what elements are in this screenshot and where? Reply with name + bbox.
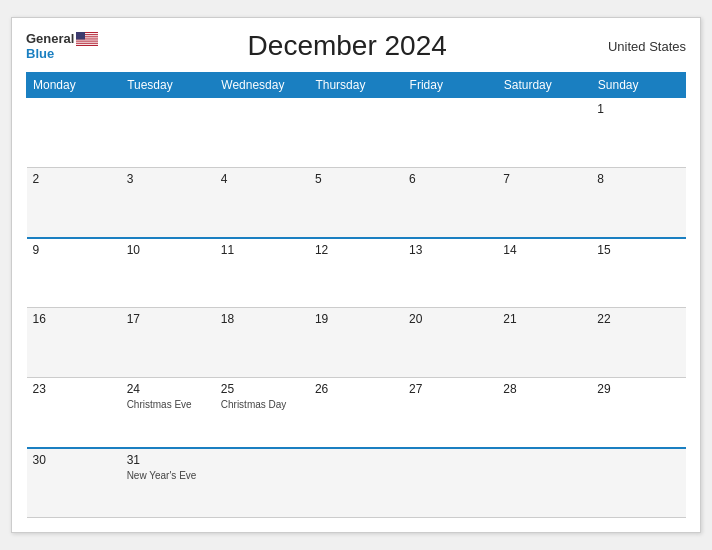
weekday-header-wednesday: Wednesday bbox=[215, 73, 309, 98]
calendar-cell: 4 bbox=[215, 168, 309, 238]
calendar-cell bbox=[497, 448, 591, 518]
week-row-6: 3031New Year's Eve bbox=[27, 448, 686, 518]
calendar-cell: 28 bbox=[497, 378, 591, 448]
calendar-cell: 24Christmas Eve bbox=[121, 378, 215, 448]
calendar-cell: 9 bbox=[27, 238, 121, 308]
weekday-header-thursday: Thursday bbox=[309, 73, 403, 98]
calendar-cell: 29 bbox=[591, 378, 685, 448]
calendar-cell: 20 bbox=[403, 308, 497, 378]
calendar-cell bbox=[309, 98, 403, 168]
calendar-cell: 17 bbox=[121, 308, 215, 378]
day-number: 6 bbox=[409, 172, 491, 186]
logo-general-text: General bbox=[26, 31, 74, 46]
calendar-cell: 8 bbox=[591, 168, 685, 238]
week-row-2: 2345678 bbox=[27, 168, 686, 238]
day-number: 28 bbox=[503, 382, 585, 396]
svg-rect-6 bbox=[76, 43, 98, 44]
day-number: 7 bbox=[503, 172, 585, 186]
calendar-cell: 12 bbox=[309, 238, 403, 308]
day-number: 26 bbox=[315, 382, 397, 396]
week-row-5: 2324Christmas Eve25Christmas Day26272829 bbox=[27, 378, 686, 448]
weekday-header-saturday: Saturday bbox=[497, 73, 591, 98]
calendar-cell: 14 bbox=[497, 238, 591, 308]
calendar-container: General Blue December 2024 United States… bbox=[11, 17, 701, 533]
day-number: 5 bbox=[315, 172, 397, 186]
day-number: 21 bbox=[503, 312, 585, 326]
calendar-cell: 23 bbox=[27, 378, 121, 448]
calendar-cell bbox=[403, 448, 497, 518]
calendar-cell: 6 bbox=[403, 168, 497, 238]
calendar-cell: 30 bbox=[27, 448, 121, 518]
calendar-cell bbox=[403, 98, 497, 168]
calendar-cell: 18 bbox=[215, 308, 309, 378]
day-number: 20 bbox=[409, 312, 491, 326]
calendar-cell: 7 bbox=[497, 168, 591, 238]
week-row-3: 9101112131415 bbox=[27, 238, 686, 308]
day-number: 2 bbox=[33, 172, 115, 186]
weekday-header-sunday: Sunday bbox=[591, 73, 685, 98]
logo: General Blue bbox=[26, 31, 98, 61]
calendar-cell: 11 bbox=[215, 238, 309, 308]
weekday-header-tuesday: Tuesday bbox=[121, 73, 215, 98]
weekday-header-row: MondayTuesdayWednesdayThursdayFridaySatu… bbox=[27, 73, 686, 98]
calendar-cell bbox=[591, 448, 685, 518]
day-number: 16 bbox=[33, 312, 115, 326]
day-number: 1 bbox=[597, 102, 679, 116]
holiday-label: New Year's Eve bbox=[127, 469, 209, 482]
day-number: 31 bbox=[127, 453, 209, 467]
calendar-cell bbox=[27, 98, 121, 168]
calendar-cell: 31New Year's Eve bbox=[121, 448, 215, 518]
day-number: 3 bbox=[127, 172, 209, 186]
calendar-cell bbox=[121, 98, 215, 168]
calendar-cell: 16 bbox=[27, 308, 121, 378]
calendar-cell: 19 bbox=[309, 308, 403, 378]
calendar-cell: 2 bbox=[27, 168, 121, 238]
calendar-cell: 3 bbox=[121, 168, 215, 238]
calendar-cell bbox=[309, 448, 403, 518]
day-number: 22 bbox=[597, 312, 679, 326]
day-number: 12 bbox=[315, 243, 397, 257]
day-number: 27 bbox=[409, 382, 491, 396]
day-number: 23 bbox=[33, 382, 115, 396]
day-number: 15 bbox=[597, 243, 679, 257]
day-number: 19 bbox=[315, 312, 397, 326]
calendar-cell: 5 bbox=[309, 168, 403, 238]
day-number: 8 bbox=[597, 172, 679, 186]
calendar-cell: 25Christmas Day bbox=[215, 378, 309, 448]
calendar-cell: 13 bbox=[403, 238, 497, 308]
calendar-cell: 15 bbox=[591, 238, 685, 308]
calendar-cell: 10 bbox=[121, 238, 215, 308]
holiday-label: Christmas Eve bbox=[127, 398, 209, 411]
week-row-4: 16171819202122 bbox=[27, 308, 686, 378]
calendar-cell bbox=[215, 98, 309, 168]
calendar-cell bbox=[497, 98, 591, 168]
calendar-cell: 27 bbox=[403, 378, 497, 448]
holiday-label: Christmas Day bbox=[221, 398, 303, 411]
day-number: 10 bbox=[127, 243, 209, 257]
day-number: 14 bbox=[503, 243, 585, 257]
svg-rect-7 bbox=[76, 32, 85, 40]
calendar-title: December 2024 bbox=[98, 30, 596, 62]
weekday-header-monday: Monday bbox=[27, 73, 121, 98]
calendar-cell: 1 bbox=[591, 98, 685, 168]
day-number: 30 bbox=[33, 453, 115, 467]
day-number: 17 bbox=[127, 312, 209, 326]
day-number: 25 bbox=[221, 382, 303, 396]
country-label: United States bbox=[596, 39, 686, 54]
logo-flag-icon bbox=[76, 32, 98, 46]
calendar-cell: 22 bbox=[591, 308, 685, 378]
calendar-cell bbox=[215, 448, 309, 518]
day-number: 18 bbox=[221, 312, 303, 326]
day-number: 11 bbox=[221, 243, 303, 257]
calendar-table: MondayTuesdayWednesdayThursdayFridaySatu… bbox=[26, 72, 686, 518]
logo-blue-text: Blue bbox=[26, 46, 54, 61]
day-number: 29 bbox=[597, 382, 679, 396]
day-number: 9 bbox=[33, 243, 115, 257]
weekday-header-friday: Friday bbox=[403, 73, 497, 98]
day-number: 13 bbox=[409, 243, 491, 257]
calendar-header: General Blue December 2024 United States bbox=[26, 30, 686, 62]
day-number: 24 bbox=[127, 382, 209, 396]
svg-rect-4 bbox=[76, 39, 98, 40]
week-row-1: 1 bbox=[27, 98, 686, 168]
calendar-cell: 26 bbox=[309, 378, 403, 448]
